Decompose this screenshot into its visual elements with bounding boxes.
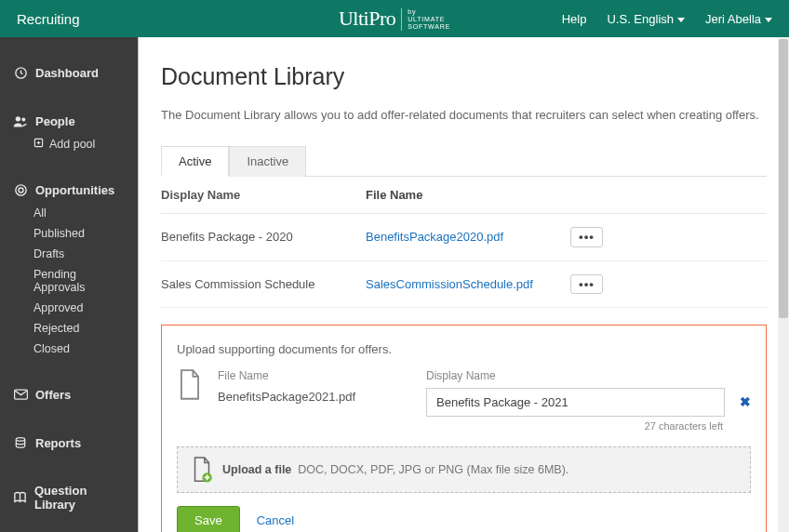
scrollbar-thumb[interactable] — [779, 39, 788, 318]
main-content: Document Library The Document Library al… — [139, 37, 789, 532]
topbar-right: Help U.S. English Jeri Abella — [562, 12, 772, 26]
sidebar-item-reports[interactable]: Reports — [0, 430, 138, 456]
svg-point-4 — [15, 184, 25, 194]
envelope-icon — [13, 387, 28, 402]
people-icon — [13, 113, 28, 128]
row-file-link[interactable]: SalesCommissionSchedule.pdf — [366, 277, 533, 291]
target-icon — [13, 182, 28, 197]
save-button[interactable]: Save — [177, 506, 240, 532]
sidebar: Dashboard People Add pool Opportunit — [0, 37, 138, 532]
top-bar: Recruiting UltiPro by ULTIMATE SOFTWARE … — [0, 0, 789, 37]
table-header: Display Name File Name — [161, 177, 767, 214]
sidebar-item-add-pool[interactable]: Add pool — [0, 134, 138, 154]
display-name-input[interactable] — [426, 388, 725, 417]
plus-square-icon — [33, 138, 44, 148]
clock-icon — [13, 65, 28, 80]
upload-panel: Upload supporting documents for offers. … — [161, 325, 767, 532]
upload-file-icon — [191, 457, 213, 483]
svg-point-5 — [19, 188, 23, 193]
svg-point-1 — [16, 116, 20, 121]
file-name-value: BenefitsPackage2021.pdf — [218, 390, 404, 404]
page-description: The Document Library allows you to add o… — [161, 107, 767, 124]
sidebar-item-opps-drafts[interactable]: Drafts — [0, 244, 138, 264]
sidebar-item-opps-published[interactable]: Published — [0, 223, 138, 244]
file-name-label: File Name — [218, 369, 404, 382]
book-icon — [13, 490, 27, 505]
logo: UltiPro by ULTIMATE SOFTWARE — [339, 7, 450, 31]
sidebar-item-opps-all[interactable]: All — [0, 203, 138, 223]
row-file-link[interactable]: BenefitsPackage2020.pdf — [366, 230, 503, 244]
sidebar-item-offers[interactable]: Offers — [0, 381, 138, 407]
upload-dropzone[interactable]: Upload a file DOC, DOCX, PDF, JPG or PNG… — [177, 446, 751, 493]
app-title: Recruiting — [17, 11, 80, 27]
sidebar-item-opps-pending[interactable]: Pending Approvals — [0, 264, 138, 298]
logo-byline: by ULTIMATE SOFTWARE — [401, 8, 450, 31]
table-row: Benefits Package - 2020 BenefitsPackage2… — [161, 214, 767, 260]
scrollbar[interactable] — [778, 37, 789, 532]
chars-left: 27 characters left — [426, 420, 751, 432]
row-actions-button[interactable]: ••• — [570, 274, 603, 294]
cancel-button[interactable]: Cancel — [257, 513, 294, 527]
sidebar-item-dashboard[interactable]: Dashboard — [0, 60, 138, 86]
caret-down-icon — [765, 18, 772, 22]
row-display: Benefits Package - 2020 — [161, 230, 366, 244]
row-display: Sales Commission Schedule — [161, 277, 366, 291]
table-row: Sales Commission Schedule SalesCommissio… — [161, 261, 767, 308]
svg-point-7 — [16, 437, 24, 441]
upload-description: Upload supporting documents for offers. — [177, 342, 751, 356]
user-dropdown[interactable]: Jeri Abella — [705, 12, 772, 26]
row-actions-button[interactable]: ••• — [570, 227, 603, 246]
sidebar-item-opps-closed[interactable]: Closed — [0, 339, 138, 359]
tab-active[interactable]: Active — [161, 146, 229, 177]
caret-down-icon — [677, 18, 685, 22]
help-link[interactable]: Help — [562, 12, 587, 26]
sidebar-item-people[interactable]: People — [0, 108, 138, 134]
sidebar-item-opps-rejected[interactable]: Rejected — [0, 318, 138, 339]
database-icon — [13, 435, 28, 450]
page-title: Document Library — [161, 63, 767, 90]
col-file-name: File Name — [366, 188, 570, 202]
sidebar-item-opportunities[interactable]: Opportunities — [0, 177, 138, 203]
documents-table: Display Name File Name Benefits Package … — [161, 177, 767, 308]
sidebar-item-opps-approved[interactable]: Approved — [0, 298, 138, 318]
sidebar-item-question-library[interactable]: Question Library — [0, 478, 138, 517]
tabs: Active Inactive — [161, 146, 767, 177]
remove-file-button[interactable]: ✖ — [740, 394, 751, 409]
document-icon — [177, 369, 205, 401]
tab-inactive[interactable]: Inactive — [229, 146, 306, 177]
display-name-label: Display Name — [426, 369, 751, 382]
logo-text: UltiPro — [339, 7, 395, 31]
svg-point-2 — [21, 117, 25, 121]
language-dropdown[interactable]: U.S. English — [607, 12, 685, 26]
col-display-name: Display Name — [161, 188, 366, 202]
